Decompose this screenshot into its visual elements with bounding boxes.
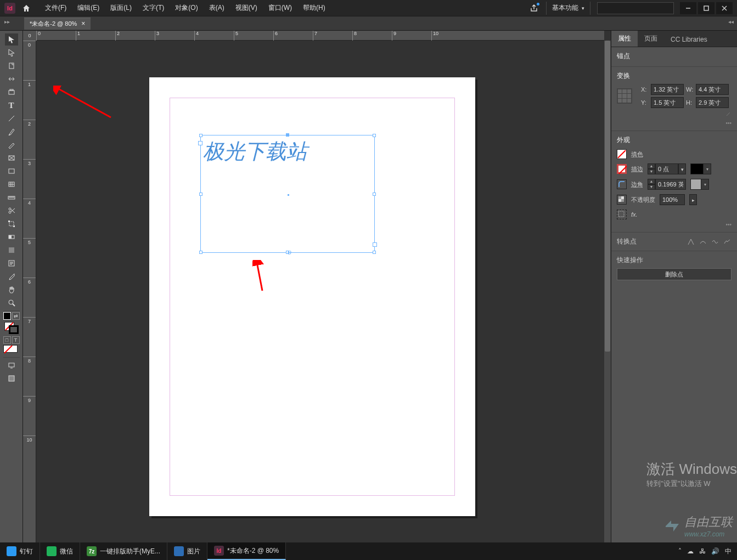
ruler-origin[interactable]: 0 [23, 31, 36, 41]
workspace-dropdown[interactable]: 基本功能 ▾ [546, 2, 590, 15]
canvas-area[interactable]: 0 012345678910 012345678910 极光下载站 o [23, 31, 611, 542]
fill-label[interactable]: 填色 [631, 150, 643, 159]
tray-network-icon[interactable]: 🖧 [699, 547, 706, 555]
type-tool[interactable]: T [5, 99, 18, 111]
document-tab-close[interactable]: × [81, 20, 85, 27]
vertical-scrollbar[interactable] [604, 41, 611, 542]
home-button[interactable] [20, 2, 33, 15]
taskbar-item[interactable]: Id*未命名-2 @ 80% [207, 542, 286, 560]
stroke-swatch[interactable] [9, 325, 19, 334]
fx-label[interactable]: fx. [631, 211, 638, 218]
menu-object[interactable]: 对象(O) [170, 0, 203, 16]
gradient-swatch-tool[interactable] [5, 231, 18, 243]
tab-properties[interactable]: 属性 [611, 31, 638, 47]
pencil-tool[interactable] [5, 139, 18, 151]
window-minimize[interactable] [680, 2, 696, 14]
scrollbar-thumb[interactable] [605, 41, 610, 352]
corner-icon-swatch[interactable] [617, 179, 627, 189]
window-maximize[interactable] [698, 2, 715, 14]
corner-up[interactable]: ▲ [648, 179, 655, 184]
line-tool[interactable] [5, 112, 18, 125]
text-frame-selection[interactable]: 极光下载站 o [200, 135, 375, 253]
document-tab[interactable]: *未命名-2 @ 80% × [24, 18, 91, 30]
taskbar-item[interactable]: 图片 [167, 542, 207, 560]
corner-radius-input[interactable] [655, 179, 686, 190]
menu-layout[interactable]: 版面(L) [105, 0, 137, 16]
zoom-tool[interactable] [5, 297, 18, 309]
view-mode-normal[interactable] [5, 359, 18, 371]
smooth-point-icon[interactable] [699, 237, 707, 246]
fill-color-swatch[interactable] [617, 149, 627, 159]
share-button[interactable] [526, 1, 542, 16]
gradient-feather-tool[interactable] [5, 244, 18, 256]
corner-radius-spinner[interactable]: ▲▼ [648, 179, 686, 190]
content-collector-tool[interactable] [5, 86, 18, 98]
search-input[interactable] [597, 2, 674, 14]
input-h[interactable] [696, 97, 729, 108]
vertical-ruler[interactable]: 012345678910 [23, 41, 36, 542]
hand-tool[interactable] [5, 284, 18, 296]
container-format-button[interactable]: □ [3, 336, 11, 344]
appearance-more[interactable]: ••• [617, 222, 732, 228]
asymmetric-point-icon[interactable] [723, 237, 732, 246]
stroke-down[interactable]: ▼ [648, 169, 655, 174]
taskbar-item[interactable]: 钉钉 [0, 542, 40, 560]
rectangle-frame-tool[interactable] [5, 152, 18, 164]
gap-tool[interactable] [5, 73, 18, 85]
stroke-style-dropdown[interactable]: ▾ [690, 163, 711, 174]
tray-chevron-up-icon[interactable]: ˄ [678, 547, 682, 555]
panel-toggle-left[interactable]: ▸▸ [4, 19, 10, 25]
menu-view[interactable]: 视图(V) [230, 0, 263, 16]
corner-label[interactable]: 边角 [631, 180, 643, 189]
text-out-port[interactable] [373, 242, 377, 247]
stroke-up[interactable]: ▲ [648, 163, 655, 169]
stroke-color-swatch[interactable] [617, 164, 627, 174]
ruler-tool[interactable] [5, 191, 18, 203]
tray-volume-icon[interactable]: 🔊 [711, 547, 719, 555]
opacity-input[interactable] [660, 194, 685, 205]
handle-top-mid[interactable] [286, 133, 289, 137]
input-w[interactable] [696, 84, 729, 95]
default-colors-button[interactable] [3, 312, 11, 320]
fill-stroke-swatch[interactable] [3, 321, 20, 335]
rectangle-tool[interactable] [5, 165, 18, 177]
tab-pages[interactable]: 页面 [638, 31, 664, 47]
horizontal-ruler[interactable]: 012345678910 [36, 31, 604, 41]
stroke-weight-input[interactable] [655, 163, 678, 174]
handle-mid-right[interactable] [373, 193, 376, 196]
stroke-weight-spinner[interactable]: ▲▼ ▾ [648, 163, 686, 174]
input-x[interactable] [651, 84, 684, 95]
fx-icon-swatch[interactable] [617, 210, 627, 219]
handle-top-right[interactable] [373, 134, 376, 137]
constrain-proportions-icon[interactable]: ⟋ [725, 110, 732, 118]
tray-onedrive-icon[interactable]: ☁ [687, 547, 694, 555]
handle-mid-left[interactable] [199, 193, 202, 196]
menu-file[interactable]: 文件(F) [40, 0, 72, 16]
handle-top-left[interactable] [199, 134, 202, 137]
delete-point-button[interactable]: 删除点 [617, 268, 732, 280]
tab-cc-libraries[interactable]: CC Libraries [664, 32, 714, 47]
input-y[interactable] [651, 97, 684, 108]
stroke-weight-dropdown[interactable]: ▾ [678, 163, 686, 174]
menu-text[interactable]: 文字(T) [137, 0, 170, 16]
text-in-port[interactable] [198, 141, 202, 145]
apply-none-button[interactable] [3, 345, 18, 353]
scissors-tool[interactable] [5, 205, 18, 217]
corner-down[interactable]: ▼ [648, 184, 655, 190]
text-format-button[interactable]: T [12, 336, 20, 344]
taskbar-item[interactable]: 7z一键排版助手(MyE... [80, 542, 167, 560]
table-tool[interactable] [5, 178, 18, 190]
note-tool[interactable] [5, 257, 18, 269]
handle-bot-right[interactable] [373, 251, 376, 254]
direct-selection-tool[interactable] [5, 47, 18, 59]
page-tool[interactable] [5, 60, 18, 72]
taskbar-item[interactable]: 微信 [40, 542, 80, 560]
symmetric-point-icon[interactable] [711, 237, 719, 246]
handle-bot-left[interactable] [199, 251, 202, 254]
selection-tool[interactable] [5, 33, 18, 46]
pen-tool[interactable] [5, 126, 18, 138]
menu-edit[interactable]: 编辑(E) [72, 0, 105, 16]
panel-toggle-right[interactable]: ◂◂ [728, 19, 734, 25]
opacity-dropdown[interactable]: ▸ [689, 194, 697, 205]
corner-point-icon[interactable] [687, 237, 695, 246]
